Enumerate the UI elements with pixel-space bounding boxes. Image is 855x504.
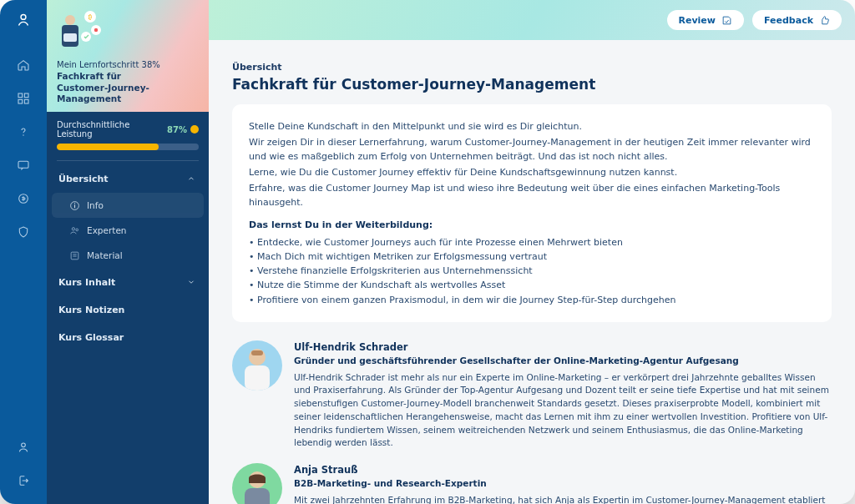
list-item: Nutze die Stimme der Kundschaft als wert… (249, 278, 815, 292)
nav-logout-icon[interactable] (8, 466, 38, 496)
list-item: Verstehe finanzielle Erfolgskriterien au… (249, 264, 815, 278)
intro-p3: Lerne, wie Du die Customer Journey effek… (249, 165, 815, 179)
nav-dashboard-icon[interactable] (8, 83, 38, 113)
performance-block: Durchschnittliche Leistung 87% (47, 112, 209, 150)
svg-point-20 (72, 227, 74, 229)
section-notes[interactable]: Kurs Notizen (47, 296, 209, 324)
svg-rect-4 (24, 99, 28, 103)
avatar (232, 463, 282, 504)
nav-chat-icon[interactable] (8, 150, 38, 180)
expert-role: B2B-Marketing- und Research-Expertin (294, 477, 832, 491)
page-title: Fachkraft für Customer-Journey-Managemen… (232, 76, 832, 93)
intro-p4: Erfahre, was die Customer Journey Map is… (249, 181, 815, 209)
svg-rect-25 (251, 350, 263, 355)
svg-point-12 (94, 28, 98, 32)
nav-billing-icon[interactable] (8, 184, 38, 214)
review-button[interactable]: Review (667, 10, 745, 30)
svg-text:₿: ₿ (88, 13, 92, 21)
course-sidebar: ₿ Mein Lernfortschritt 38% Fachkraft für… (47, 0, 209, 504)
expert-role: Gründer und geschäftsführender Gesellsch… (294, 355, 832, 368)
page-eyebrow: Übersicht (232, 62, 832, 73)
svg-rect-18 (73, 204, 74, 208)
list-item: Profitiere von einem ganzen Praxismodul,… (249, 293, 815, 307)
svg-rect-3 (18, 99, 23, 103)
sidebar-hero: ₿ Mein Lernfortschritt 38% Fachkraft für… (47, 0, 209, 112)
nav-item-material[interactable]: Material (47, 243, 209, 268)
nav-item-info[interactable]: Info (52, 193, 204, 218)
list-item: Entdecke, wie Customer Journeys auch für… (249, 235, 815, 249)
progress-label: Mein Lernfortschritt 38% (57, 60, 199, 69)
svg-rect-23 (245, 365, 270, 391)
svg-point-21 (75, 229, 78, 231)
svg-rect-19 (73, 203, 74, 204)
performance-dot-icon (190, 125, 199, 134)
experts-section: Ulf-Hendrik Schrader Gründer und geschäf… (232, 340, 832, 504)
performance-value: 87% (167, 125, 187, 134)
course-title: Fachkraft für Customer-Journey-Managemen… (57, 71, 199, 105)
svg-point-8 (22, 443, 26, 447)
expert-bio: Ulf-Hendrik Schrader ist mehr als nur ei… (294, 371, 832, 451)
intro-card: Stelle Deine Kundschaft in den Mittelpun… (232, 104, 832, 322)
icon-rail (0, 0, 47, 504)
svg-point-15 (65, 15, 75, 25)
nav-help-icon[interactable] (8, 117, 38, 147)
list-item: Mach Dich mit wichtigen Metriken zur Erf… (249, 249, 815, 264)
experts-icon (68, 224, 80, 236)
expert-name: Ulf-Hendrik Schrader (294, 340, 832, 355)
expert-bio: Mit zwei Jahrzehnten Erfahrung im B2B-Ma… (294, 494, 832, 504)
review-icon (721, 14, 732, 26)
learn-list: Entdecke, wie Customer Journeys auch für… (249, 235, 815, 306)
hero-illustration: ₿ (57, 8, 104, 55)
nav-home-icon[interactable] (8, 50, 38, 80)
svg-rect-6 (18, 161, 28, 168)
expert-name: Anja Strauß (294, 463, 832, 477)
nav-security-icon[interactable] (8, 217, 38, 247)
topbar: Review Feedback (209, 0, 855, 40)
svg-rect-22 (71, 252, 78, 260)
svg-point-0 (21, 14, 26, 19)
section-overview[interactable]: Übersicht (47, 164, 209, 193)
chevron-up-icon (185, 173, 197, 184)
nav-profile-icon[interactable] (8, 432, 38, 462)
app-logo (11, 8, 36, 33)
intro-p2: Wir zeigen Dir in dieser Lernerfahrung, … (249, 135, 815, 164)
learn-heading: Das lernst Du in der Weiterbildung: (249, 219, 433, 230)
chevron-down-icon (185, 276, 197, 288)
svg-point-13 (81, 32, 91, 42)
nav-item-experts[interactable]: Experten (47, 218, 209, 243)
section-glossary[interactable]: Kurs Glossar (47, 324, 209, 351)
avatar (232, 340, 282, 391)
material-icon (68, 249, 80, 261)
svg-rect-16 (63, 33, 77, 42)
thumbs-up-icon (818, 14, 830, 26)
svg-rect-2 (24, 93, 28, 98)
performance-bar (57, 144, 199, 150)
main-content[interactable]: Übersicht Fachkraft für Customer-Journey… (209, 40, 855, 504)
expert-card: Ulf-Hendrik Schrader Gründer und geschäf… (232, 340, 832, 451)
svg-rect-1 (18, 93, 23, 98)
sidebar-nav: Übersicht Info Experten (47, 161, 209, 355)
section-content[interactable]: Kurs Inhalt (47, 268, 209, 296)
feedback-button[interactable]: Feedback (752, 10, 842, 30)
app-frame: ₿ Mein Lernfortschritt 38% Fachkraft für… (0, 0, 855, 504)
svg-point-5 (23, 134, 23, 135)
performance-label: Durchschnittliche Leistung (57, 120, 167, 139)
expert-card: Anja Strauß B2B-Marketing- und Research-… (232, 463, 832, 504)
expert-body: Anja Strauß B2B-Marketing- und Research-… (294, 463, 832, 504)
expert-body: Ulf-Hendrik Schrader Gründer und geschäf… (294, 340, 832, 451)
info-icon (68, 199, 80, 211)
svg-rect-26 (245, 488, 270, 504)
intro-p1: Stelle Deine Kundschaft in den Mittelpun… (249, 119, 815, 134)
